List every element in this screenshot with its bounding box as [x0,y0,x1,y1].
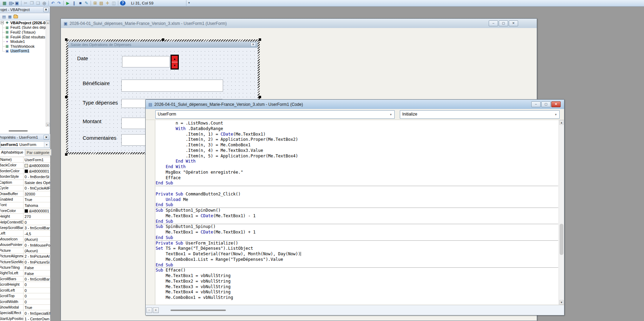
object-dropdown[interactable]: UserForm ▾ [155,110,395,119]
code-line-1[interactable]: n = .ListRows.Count [156,121,558,126]
code-titlebar[interactable]: ▤ 2026-04-01_Suivi_dépenses_Marie-France… [146,100,564,109]
spin-up-icon[interactable]: ▲ [172,56,178,62]
code-line-2[interactable]: With .DataBodyRange [156,126,558,132]
property-value[interactable]: &H8000000 [24,163,50,168]
tree-item-feuil1-suivi-des-d-pens[interactable]: ▦Feuil1 (Suivi des dépens [0,25,46,30]
code-line-29[interactable]: Me.TextBox1 = vbNullString [156,273,558,279]
break-icon[interactable]: ∥ [71,0,77,6]
code-line-19[interactable]: End Sub [156,219,558,224]
code-line-27[interactable]: End Sub [156,263,558,268]
design-mode-icon[interactable]: ✎ [83,0,90,6]
code-line-32[interactable]: Me.TextBox4 = vbNullString [156,290,558,295]
procedure-dropdown[interactable]: Initialize ▾ [400,110,560,119]
tab-alphabetic[interactable]: Alphabétique [0,149,25,156]
code-line-22[interactable]: End Sub [156,235,558,241]
selection-handle[interactable] [65,96,67,98]
full-module-view-button[interactable]: ≡ [153,308,159,313]
stop-icon[interactable]: ■ [77,0,83,6]
run-icon[interactable]: ▶ [65,0,71,6]
scroll-up-icon[interactable]: ▲ [559,120,564,125]
textbox-date[interactable] [122,56,170,67]
code-line-16[interactable]: End Sub [156,202,558,208]
code-line-26[interactable]: Me.ComboBox1.List = Range("TypeDépenses"… [156,257,558,263]
toggle-folders-icon[interactable] [13,14,19,19]
property-row-scrollwidth[interactable]: ScrollWidth0 [0,299,50,305]
property-value[interactable]: UserForm1 [24,157,50,162]
scroll-down-icon[interactable]: ▼ [559,300,564,305]
properties-panel-close-icon[interactable]: ✕ [44,135,49,140]
properties-object-selector[interactable]: UserForm1 UserForm ▾ [0,141,50,148]
property-value[interactable]: 270 [24,214,50,219]
code-line-8[interactable]: End With [156,159,558,164]
scroll-up-icon[interactable]: ▴ [46,20,50,24]
property-row-scrollleft[interactable]: ScrollLeft0 [0,288,50,293]
properties-window-icon[interactable]: ▤ [98,0,104,6]
code-line-6[interactable]: .Item(n, 4) = Me.TextBox3.Value [156,148,558,154]
toolbox-icon[interactable]: ✛ [104,0,111,6]
procedure-view-button[interactable]: − [146,308,152,313]
property-row-mousepointer[interactable]: MousePointer0 - fmMousePo [0,242,50,248]
property-value[interactable]: &H8000001 [24,208,50,213]
tree-item-feuil4-tat-r-sultats-re[interactable]: ▦Feuil4 (État résultats re [0,35,46,39]
selection-handle[interactable] [259,96,261,98]
collapse-toggle-icon[interactable] [1,21,4,24]
property-row-scrolltop[interactable]: ScrollTop0 [0,293,50,299]
property-value[interactable]: 0 - fmSpecialEf [24,310,50,315]
property-value[interactable]: False [24,270,50,276]
code-line-4[interactable]: .Item(n, 2) = Application.Proper(Me.Text… [156,137,558,143]
code-line-14[interactable]: Private Sub CommandButton2_Click() [156,192,558,197]
property-row-specialeffect[interactable]: SpecialEffect0 - fmSpecialEf [0,310,50,316]
code-line-33[interactable]: Me.ComboBox1 = vbNullString [156,295,558,301]
project-tree-scrollbar[interactable]: ▴ ▾ [46,20,50,127]
code-line-17[interactable]: Sub SpinButton1_SpinDown() [156,208,558,213]
property-value[interactable]: 32000 [24,191,50,196]
property-row-picture[interactable]: Picture(Aucun) [0,248,50,254]
tree-item-thisworkbook[interactable]: ▦ThisWorkbook [0,44,46,49]
property-value[interactable]: Tahoma [24,202,50,208]
property-row-left[interactable]: Left-4,5 [0,231,50,236]
property-row-borderstyle[interactable]: BorderStyle0 - fmBorderSt [0,174,50,180]
property-value[interactable]: 0 [24,282,50,287]
property-value[interactable]: 0 - fmScrollBar [24,276,50,282]
code-line-18[interactable]: Me.TextBox1 = CDate(Me.TextBox1) - 1 [156,213,558,219]
label-montant[interactable]: Montant [83,118,101,124]
view-code-icon[interactable]: ▤ [1,14,7,19]
property-value[interactable]: 0 - fmCycleAllF [24,185,50,191]
property-value[interactable]: &H8000001 [24,168,50,174]
property-row-forecolor[interactable]: ForeColor&H8000001 [0,208,50,214]
selection-handle[interactable] [65,153,67,156]
designer-titlebar[interactable]: ▣ 2026-04-01_Suivi_dépenses_Marie-France… [61,19,537,28]
scrollbar-thumb[interactable] [171,310,226,311]
scroll-down-icon[interactable]: ▾ [46,123,50,127]
paste-icon[interactable]: ❑ [35,0,41,6]
property-value[interactable]: False [24,265,50,270]
label-commentaires[interactable]: Commentaires [83,135,117,141]
property-row-enabled[interactable]: EnabledTrue [0,197,50,202]
label-beneficiaire[interactable]: Bénéficiaire [83,80,110,86]
cut-icon[interactable]: ✂ [22,0,29,6]
minimize-button[interactable]: – [489,20,498,26]
code-line-10[interactable]: MsgBox "Opération enregistrée." [156,170,558,175]
code-line-12[interactable]: End Sub [156,181,558,186]
code-line-5[interactable]: .Item(n, 3) = Me.ComboBox1 [156,143,558,148]
property-value[interactable]: True [24,197,50,202]
property-row-startupposition[interactable]: StartUpPosition1 - CenterOwn [0,316,50,321]
spinbutton-date[interactable]: ▲ ▼ [171,55,179,70]
redo-icon[interactable]: ↷ [56,0,62,6]
textbox-beneficiaire[interactable] [121,80,223,92]
property-row-name[interactable]: (Name)UserForm1 [0,157,50,163]
tab-categorized[interactable]: Par catégorie [25,149,51,156]
property-value[interactable]: 2 - fmPictureAl [24,254,50,259]
property-value[interactable]: 0 [24,293,50,299]
undo-icon[interactable]: ↶ [50,0,56,6]
code-line-21[interactable]: Me.TextBox1 = CDate(Me.TextBox1) + 1 [156,230,558,235]
code-editor[interactable]: n = .ListRows.Count With .DataBodyRange … [146,120,564,305]
code-horizontal-scrollbar[interactable] [161,307,563,313]
tree-item-module1[interactable]: ✦Module1 [0,39,46,44]
property-value[interactable]: 1 - CenterOwn [24,316,50,321]
property-row-caption[interactable]: CaptionSaisie des Opé [0,180,50,185]
code-line-13[interactable] [156,186,558,192]
property-value[interactable]: 0 [24,299,50,304]
code-line-31[interactable]: Me.TextBox3 = vbNullString [156,284,558,290]
spin-down-icon[interactable]: ▼ [172,62,178,68]
